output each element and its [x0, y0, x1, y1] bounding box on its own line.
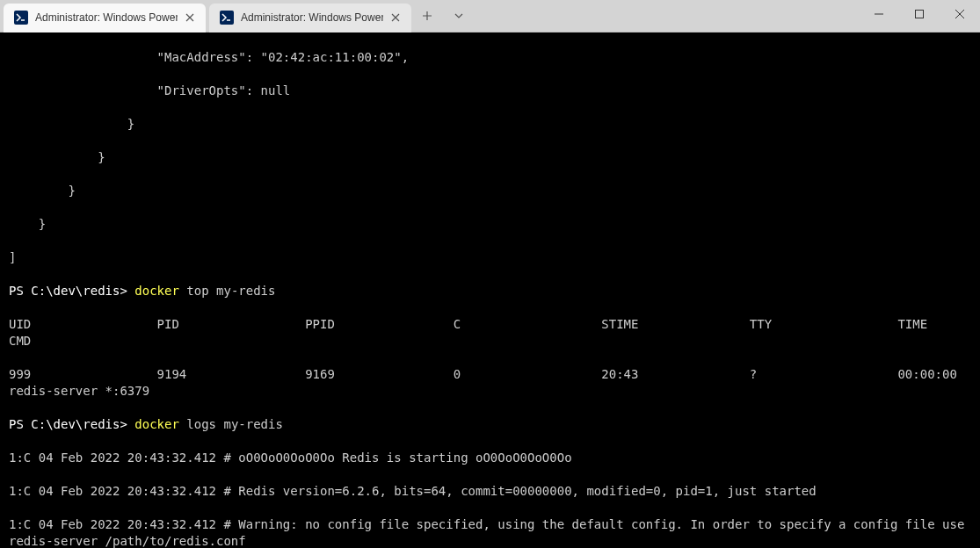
- tab-2[interactable]: Administrator: Windows PowerS: [209, 4, 411, 32]
- svg-rect-2: [916, 11, 924, 18]
- tab-1[interactable]: Administrator: Windows PowerS: [4, 4, 206, 32]
- maximize-button[interactable]: [899, 0, 940, 28]
- new-tab-button[interactable]: [411, 2, 443, 31]
- output-line: ]: [9, 249, 971, 266]
- tab-1-label: Administrator: Windows PowerS: [35, 11, 178, 24]
- tab-2-close-icon[interactable]: [388, 11, 403, 25]
- plus-icon: [422, 11, 432, 21]
- prompt-line: PS C:\dev\redis> docker logs my-redis: [9, 416, 971, 433]
- output-line: }: [9, 116, 971, 133]
- output-line: "MacAddress": "02:42:ac:11:00:02",: [9, 49, 971, 66]
- tab-strip: Administrator: Windows PowerS Administra…: [0, 0, 475, 32]
- tab-1-close-icon[interactable]: [183, 11, 197, 25]
- powershell-icon: [14, 11, 28, 25]
- prompt-line: PS C:\dev\redis> docker top my-redis: [9, 283, 971, 299]
- command-name: docker: [134, 417, 179, 431]
- output-line: "DriverOpts": null: [9, 83, 971, 99]
- output-line: }: [9, 216, 971, 233]
- output-line: }: [9, 183, 971, 199]
- window-controls: [859, 0, 980, 32]
- minimize-icon: [875, 10, 883, 18]
- prompt-text: PS C:\dev\redis>: [9, 417, 134, 431]
- output-line: 999 9194 9169 0 20:43 ? 00:00:00 redis-s…: [9, 366, 971, 400]
- close-icon: [955, 10, 964, 18]
- window: Administrator: Windows PowerS Administra…: [0, 0, 980, 548]
- output-line: 1:C 04 Feb 2022 20:43:32.412 # Warning: …: [9, 516, 971, 548]
- command-name: docker: [134, 284, 179, 298]
- prompt-text: PS C:\dev\redis>: [9, 284, 134, 298]
- terminal-pane[interactable]: "MacAddress": "02:42:ac:11:00:02", "Driv…: [0, 32, 980, 548]
- command-args: logs my-redis: [179, 417, 283, 431]
- command-args: top my-redis: [179, 284, 276, 298]
- output-line: 1:C 04 Feb 2022 20:43:32.412 # oO0OoO0Oo…: [9, 450, 971, 466]
- powershell-icon: [220, 11, 234, 25]
- maximize-icon: [915, 10, 924, 18]
- titlebar: Administrator: Windows PowerS Administra…: [0, 0, 980, 32]
- output-line: UID PID PPID C STIME TTY TIME CMD: [9, 316, 971, 350]
- minimize-button[interactable]: [859, 0, 899, 28]
- tab-dropdown-button[interactable]: [443, 2, 475, 31]
- tab-2-label: Administrator: Windows PowerS: [241, 11, 383, 24]
- chevron-down-icon: [454, 11, 464, 21]
- close-button[interactable]: [940, 0, 980, 28]
- output-line: 1:C 04 Feb 2022 20:43:32.412 # Redis ver…: [9, 483, 971, 500]
- output-line: }: [9, 149, 971, 166]
